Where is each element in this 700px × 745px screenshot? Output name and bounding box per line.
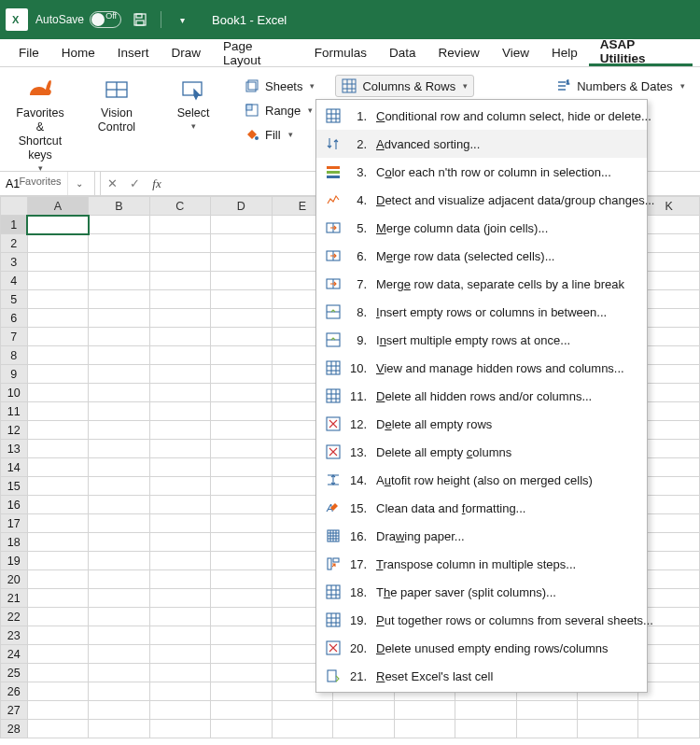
cell[interactable] xyxy=(89,328,149,346)
cell[interactable] xyxy=(27,421,88,440)
cell[interactable] xyxy=(89,570,149,589)
enter-formula-icon[interactable]: ✓ xyxy=(123,172,146,195)
cell[interactable] xyxy=(89,552,149,570)
cell[interactable] xyxy=(211,552,272,570)
cell[interactable] xyxy=(149,365,210,384)
cell[interactable] xyxy=(638,701,700,720)
row-header[interactable]: 17 xyxy=(1,514,28,533)
cell[interactable] xyxy=(211,365,272,384)
cell[interactable] xyxy=(27,253,88,272)
cell[interactable] xyxy=(89,440,149,458)
columns-rows-button[interactable]: Columns & Rows▾ xyxy=(335,75,474,97)
menu-item-4[interactable]: 4.Detect and visualize adjacent data/gro… xyxy=(316,186,647,214)
cell[interactable] xyxy=(149,384,210,402)
cell[interactable] xyxy=(149,309,210,328)
cell[interactable] xyxy=(211,253,272,272)
cell[interactable] xyxy=(211,533,272,552)
cell[interactable] xyxy=(89,253,149,272)
cell[interactable] xyxy=(149,253,210,272)
numbers-dates-button[interactable]: 1 Numbers & Dates▾ xyxy=(551,75,691,97)
cell[interactable] xyxy=(27,496,88,514)
cell[interactable] xyxy=(149,402,210,421)
row-header[interactable]: 13 xyxy=(1,440,28,458)
tab-page-layout[interactable]: Page Layout xyxy=(212,39,303,66)
save-icon[interactable] xyxy=(129,8,151,31)
range-button[interactable]: Range▾ xyxy=(239,99,320,121)
cell[interactable] xyxy=(149,272,210,290)
cell[interactable] xyxy=(27,570,88,589)
cell[interactable] xyxy=(89,290,149,309)
cell[interactable] xyxy=(89,664,149,682)
menu-item-18[interactable]: 18.The paper saver (split columns)... xyxy=(316,578,647,606)
row-header[interactable]: 11 xyxy=(1,402,28,421)
column-header[interactable]: B xyxy=(89,197,149,216)
cell[interactable] xyxy=(394,701,455,720)
cell[interactable] xyxy=(27,477,88,496)
cell[interactable] xyxy=(89,272,149,290)
menu-item-16[interactable]: 16.Drawing paper... xyxy=(316,522,647,550)
cell[interactable] xyxy=(149,664,210,682)
cell[interactable] xyxy=(27,608,88,626)
cell[interactable] xyxy=(89,533,149,552)
cell[interactable] xyxy=(455,701,516,720)
cell[interactable] xyxy=(149,496,210,514)
sheets-button[interactable]: Sheets▾ xyxy=(239,75,320,97)
cell[interactable] xyxy=(149,346,210,365)
cell[interactable] xyxy=(149,552,210,570)
cell[interactable] xyxy=(89,458,149,477)
cell[interactable] xyxy=(89,645,149,664)
menu-item-1[interactable]: 1.Conditional row and column select, hid… xyxy=(316,102,647,130)
cell[interactable] xyxy=(149,720,210,738)
cell[interactable] xyxy=(27,328,88,346)
cell[interactable] xyxy=(211,272,272,290)
row-header[interactable]: 5 xyxy=(1,290,28,309)
column-header[interactable]: A xyxy=(27,197,88,216)
cell[interactable] xyxy=(272,701,332,720)
cell[interactable] xyxy=(516,701,577,720)
cell[interactable] xyxy=(27,533,88,552)
cell[interactable] xyxy=(27,272,88,290)
cell[interactable] xyxy=(149,682,210,701)
cell[interactable] xyxy=(27,290,88,309)
cell[interactable] xyxy=(27,402,88,421)
row-header[interactable]: 1 xyxy=(1,216,28,234)
menu-item-6[interactable]: 6.Merge row data (selected cells)... xyxy=(316,242,647,270)
row-header[interactable]: 28 xyxy=(1,720,28,738)
row-header[interactable]: 23 xyxy=(1,626,28,645)
cell[interactable] xyxy=(211,216,272,234)
cell[interactable] xyxy=(27,682,88,701)
cell[interactable] xyxy=(89,589,149,608)
menu-item-2[interactable]: 2.Advanced sorting... xyxy=(316,130,647,158)
cell[interactable] xyxy=(149,701,210,720)
tab-review[interactable]: Review xyxy=(427,39,491,66)
cell[interactable] xyxy=(27,645,88,664)
menu-item-21[interactable]: 21.Reset Excel's last cell xyxy=(316,662,647,690)
cell[interactable] xyxy=(89,234,149,253)
menu-item-5[interactable]: 5.Merge column data (join cells)... xyxy=(316,214,647,242)
cell[interactable] xyxy=(211,458,272,477)
cell[interactable] xyxy=(27,626,88,645)
fx-icon[interactable]: fx xyxy=(146,172,168,195)
row-header[interactable]: 19 xyxy=(1,552,28,570)
cell[interactable] xyxy=(211,682,272,701)
cell[interactable] xyxy=(27,720,88,738)
cell[interactable] xyxy=(27,458,88,477)
menu-item-19[interactable]: 19.Put together rows or columns from sev… xyxy=(316,606,647,634)
cell[interactable] xyxy=(89,365,149,384)
row-header[interactable]: 8 xyxy=(1,346,28,365)
row-header[interactable]: 22 xyxy=(1,608,28,626)
tab-home[interactable]: Home xyxy=(50,39,106,66)
menu-item-8[interactable]: 8.Insert empty rows or columns in betwee… xyxy=(316,298,647,326)
cell[interactable] xyxy=(211,440,272,458)
tab-asap-utilities[interactable]: ASAP Utilities xyxy=(589,39,693,66)
cell[interactable] xyxy=(211,626,272,645)
cell[interactable] xyxy=(27,514,88,533)
tab-formulas[interactable]: Formulas xyxy=(303,39,378,66)
cell[interactable] xyxy=(89,626,149,645)
cell[interactable] xyxy=(211,589,272,608)
cell[interactable] xyxy=(89,309,149,328)
tab-data[interactable]: Data xyxy=(378,39,427,66)
fill-button[interactable]: Fill▾ xyxy=(239,123,320,146)
cell[interactable] xyxy=(149,608,210,626)
row-header[interactable]: 4 xyxy=(1,272,28,290)
